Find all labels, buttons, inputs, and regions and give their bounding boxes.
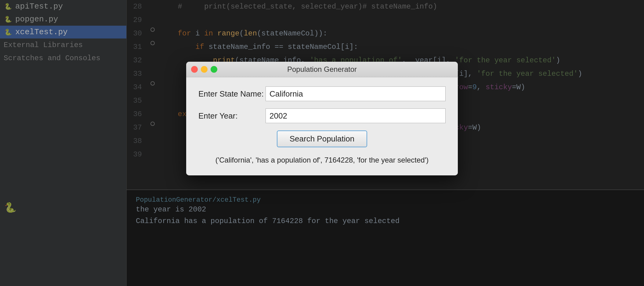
tk-body: Enter State Name: Enter Year: Search Pop… — [186, 77, 458, 175]
window-minimize-button[interactable] — [201, 66, 208, 73]
modal-overlay: Population Generator Enter State Name: E… — [0, 0, 644, 286]
state-name-row: Enter State Name: — [198, 86, 446, 101]
window-maximize-button[interactable] — [211, 66, 217, 73]
tk-window: Population Generator Enter State Name: E… — [186, 62, 458, 175]
state-name-label: Enter State Name: — [198, 89, 266, 99]
window-title: Population Generator — [287, 65, 357, 74]
tk-titlebar: Population Generator — [186, 62, 458, 77]
year-label: Enter Year: — [198, 111, 266, 121]
button-row: Search Population — [198, 130, 446, 147]
result-text: ('California', 'has a population of', 71… — [215, 156, 429, 164]
year-input[interactable] — [266, 108, 446, 123]
year-row: Enter Year: — [198, 108, 446, 123]
ide-background: 🐍 apiTest.py 🐍 popgen.py 🐍 xcelTest.py E… — [0, 0, 644, 286]
search-population-button[interactable]: Search Population — [277, 130, 367, 147]
state-name-input[interactable] — [266, 86, 446, 101]
result-display: ('California', 'has a population of', 71… — [198, 156, 446, 164]
window-close-button[interactable] — [191, 66, 198, 73]
